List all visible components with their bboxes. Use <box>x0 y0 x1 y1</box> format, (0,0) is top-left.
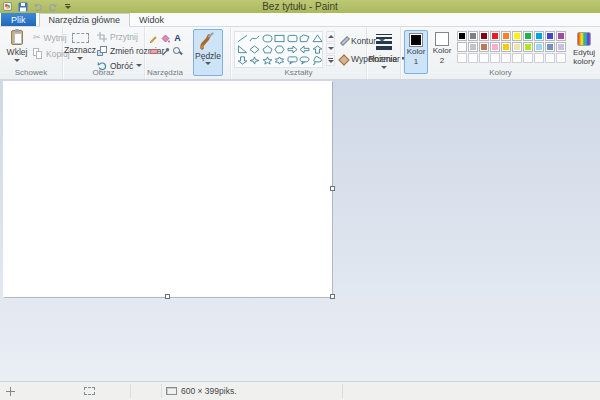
brushes-button[interactable]: Pędzle <box>193 29 223 76</box>
color-swatch[interactable] <box>501 31 511 41</box>
color-picker-icon[interactable] <box>160 45 171 57</box>
color-swatch[interactable] <box>545 42 555 52</box>
rotate-dropdown-icon[interactable] <box>136 64 142 67</box>
canvas[interactable] <box>3 81 332 297</box>
color1-number: 1 <box>414 58 418 67</box>
empty-color-slot[interactable] <box>468 53 478 63</box>
canvas-resize-handle-right[interactable] <box>330 186 335 191</box>
shape-oval-callout-icon[interactable] <box>299 55 312 66</box>
color-swatch[interactable] <box>479 42 489 52</box>
shape-rounded-callout-icon[interactable] <box>286 55 299 66</box>
empty-color-slot[interactable] <box>457 53 467 63</box>
color-swatch[interactable] <box>490 42 500 52</box>
ribbon-tabs: Plik Narzędzia główne Widok <box>0 13 600 27</box>
color-swatch[interactable] <box>523 31 533 41</box>
line-width-icon <box>376 34 392 50</box>
color-swatch[interactable] <box>457 42 467 52</box>
select-label: Zaznacz <box>64 45 96 55</box>
copy-icon <box>33 48 43 59</box>
shapes-more-icon[interactable] <box>326 55 335 66</box>
eraser-icon[interactable] <box>148 45 159 57</box>
group-colors: Kolor 1 Kolor 2 Edytuj kolory Kolory <box>401 27 600 79</box>
canvas-size-text: 600 × 399piks. <box>181 386 237 396</box>
customize-qat-icon[interactable] <box>62 1 73 12</box>
canvas-resize-handle-corner[interactable] <box>330 294 335 299</box>
shape-up-arrow-icon[interactable] <box>311 44 324 55</box>
group-shapes: Kontur Wypełnienie Kształty <box>231 27 367 79</box>
magnifier-icon[interactable] <box>172 45 183 57</box>
shape-five-point-star-icon[interactable] <box>261 55 274 66</box>
clipboard-group-label: Schowek <box>0 68 62 77</box>
shape-oval-icon[interactable] <box>261 33 274 44</box>
color-swatch[interactable] <box>457 31 467 41</box>
color-swatch[interactable] <box>490 31 500 41</box>
empty-color-slot[interactable] <box>534 53 544 63</box>
select-dropdown-icon[interactable] <box>77 57 83 60</box>
shape-four-point-star-icon[interactable] <box>249 55 262 66</box>
tab-view[interactable]: Widok <box>130 13 173 26</box>
rainbow-icon <box>577 32 591 46</box>
empty-color-slot[interactable] <box>512 53 522 63</box>
color-swatch[interactable] <box>479 31 489 41</box>
shape-right-triangle-icon[interactable] <box>236 44 249 55</box>
shape-rounded-rectangle-icon[interactable] <box>286 33 299 44</box>
empty-color-slot[interactable] <box>479 53 489 63</box>
size-button[interactable]: Rozmiar <box>370 31 398 73</box>
color-swatch[interactable] <box>534 31 544 41</box>
empty-color-slot[interactable] <box>490 53 500 63</box>
empty-color-slot[interactable] <box>523 53 533 63</box>
undo-icon[interactable] <box>32 1 43 12</box>
color-swatch[interactable] <box>501 42 511 52</box>
paint-logo-icon[interactable] <box>2 1 13 12</box>
paste-dropdown-icon[interactable] <box>14 59 20 62</box>
select-button[interactable]: Zaznacz <box>66 31 94 73</box>
empty-color-slot[interactable] <box>501 53 511 63</box>
color-swatch[interactable] <box>534 42 544 52</box>
color-swatch[interactable] <box>468 31 478 41</box>
statusbar: 600 × 399piks. <box>0 381 600 400</box>
empty-color-slot[interactable] <box>556 53 566 63</box>
pencil-icon[interactable] <box>148 32 159 44</box>
color-swatch[interactable] <box>523 42 533 52</box>
shape-polygon-icon[interactable] <box>299 33 312 44</box>
empty-color-slot[interactable] <box>545 53 555 63</box>
shape-diamond-icon[interactable] <box>249 44 262 55</box>
shape-line-icon[interactable] <box>236 33 249 44</box>
color-swatch[interactable] <box>468 42 478 52</box>
shape-pentagon-icon[interactable] <box>261 44 274 55</box>
color-swatch[interactable] <box>512 42 522 52</box>
window-title: Bez tytułu - Paint <box>262 1 338 12</box>
color-swatch[interactable] <box>545 31 555 41</box>
shapes-scroll-down-icon[interactable] <box>326 43 335 54</box>
text-icon[interactable]: A <box>172 32 183 44</box>
redo-icon[interactable] <box>47 1 58 12</box>
tab-home[interactable]: Narzędzia główne <box>39 13 131 27</box>
scissors-icon: ✂ <box>33 33 41 42</box>
color-swatch[interactable] <box>512 31 522 41</box>
shapes-scroll-up-icon[interactable] <box>326 31 335 42</box>
canvas-resize-handle-bottom[interactable] <box>165 294 170 299</box>
color-swatch[interactable] <box>556 42 566 52</box>
shape-triangle-icon[interactable] <box>311 33 324 44</box>
shape-down-arrow-icon[interactable] <box>236 55 249 66</box>
group-clipboard: Wklej ✂ Wytnij Kopiuj Schowek <box>0 27 63 79</box>
save-icon[interactable] <box>17 1 28 12</box>
select-icon <box>72 33 89 43</box>
shape-curve-icon[interactable] <box>249 33 262 44</box>
shape-six-point-star-icon[interactable] <box>274 55 287 66</box>
tab-file[interactable]: Plik <box>1 13 36 26</box>
group-size: Rozmiar <box>367 27 401 79</box>
color-palette <box>457 31 566 63</box>
shape-cloud-callout-icon[interactable] <box>311 55 324 66</box>
shape-left-arrow-icon[interactable] <box>299 44 312 55</box>
size-dropdown-icon[interactable] <box>381 66 387 69</box>
shape-rectangle-icon[interactable] <box>274 33 287 44</box>
crop-label: Przytnij <box>110 32 138 42</box>
color1-swatch <box>409 33 423 47</box>
fill-icon[interactable] <box>160 32 171 44</box>
brushes-dropdown-icon[interactable] <box>205 62 211 65</box>
color-swatch[interactable] <box>556 31 566 41</box>
shape-right-arrow-icon[interactable] <box>286 44 299 55</box>
palette-row-1 <box>457 31 566 41</box>
shape-hexagon-icon[interactable] <box>274 44 287 55</box>
